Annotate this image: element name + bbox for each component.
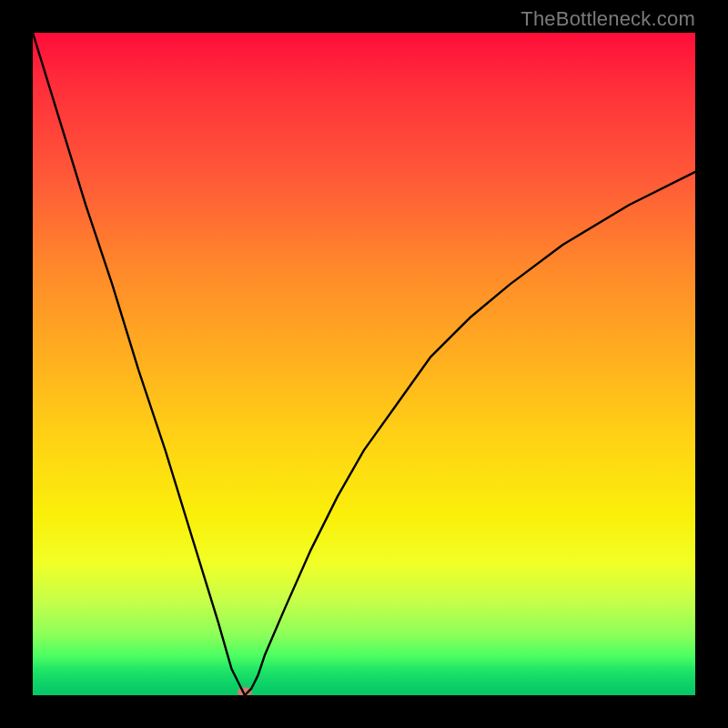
bottleneck-curve: [33, 33, 695, 695]
curve-layer: [33, 33, 695, 695]
watermark-text: TheBottleneck.com: [521, 7, 695, 31]
chart-frame: TheBottleneck.com: [0, 0, 728, 728]
plot-area: [33, 33, 695, 695]
